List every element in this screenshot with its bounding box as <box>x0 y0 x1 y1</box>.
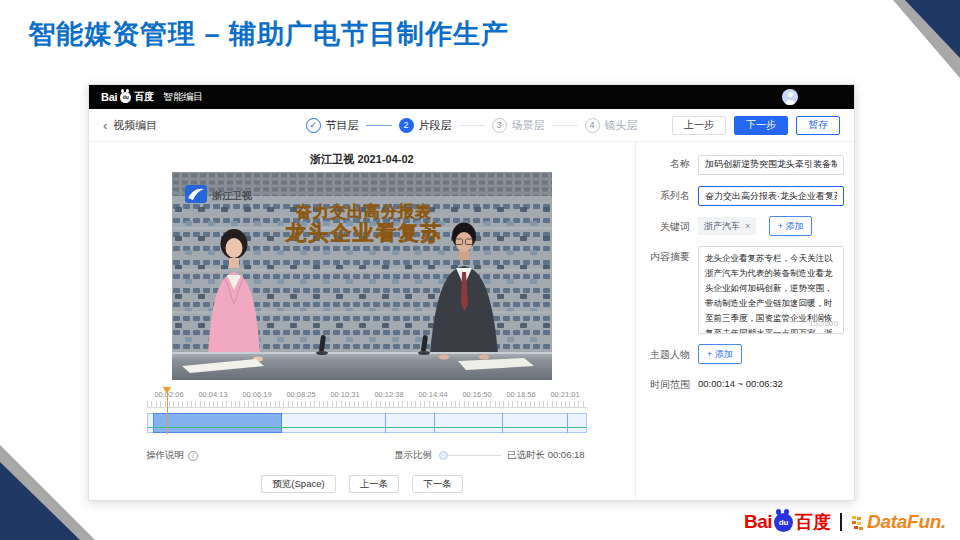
operation-help[interactable]: 操作说明 i <box>146 449 198 462</box>
keyword-tag: 浙产汽车 × <box>698 217 756 235</box>
player-section: 浙江卫视 2021-04-02 <box>89 142 635 500</box>
baidu-paw-icon: du <box>120 92 131 103</box>
next-step-button[interactable]: 下一步 <box>734 116 788 135</box>
series-label: 系列名 <box>644 185 690 203</box>
back-label: 视频编目 <box>113 118 157 133</box>
toolbar: ‹ 视频编目 ✓ 节目层 2 片段层 3 场景层 <box>89 109 854 142</box>
app-header: Bai du 百度 智能编目 <box>89 85 854 109</box>
channel-name: 浙江卫视 <box>211 190 253 201</box>
caption-line1: 奋力交出高分报表 <box>295 202 432 220</box>
segment-divider <box>502 413 503 433</box>
info-icon[interactable]: i <box>188 451 198 461</box>
prev-step-button[interactable]: 上一步 <box>672 116 726 135</box>
add-person-button[interactable]: + 添加 <box>698 344 742 364</box>
timeline[interactable]: 00:02:06 00:04:13 00:06:19 00:08:25 00:1… <box>147 390 587 433</box>
step-shot-layer[interactable]: 4 镜头层 <box>585 118 638 133</box>
series-input[interactable] <box>698 186 844 206</box>
person-label: 主题人物 <box>644 344 690 362</box>
keywords-label: 关键词 <box>644 216 690 234</box>
video-frame: 浙江卫视 奋力交出高分报表 龙头企业看复苏 <box>172 172 552 380</box>
preview-button[interactable]: 预览(Space) <box>261 475 335 493</box>
step-connector <box>459 125 485 126</box>
segment-divider <box>434 413 435 433</box>
step-connector <box>366 125 392 126</box>
time-range-value: 00:00:14 ~ 00:06:32 <box>698 374 844 389</box>
playhead-marker[interactable] <box>163 387 171 434</box>
next-item-button[interactable]: 下一条 <box>412 475 463 493</box>
step-indicator: ✓ 节目层 2 片段层 3 场景层 4 镜头层 <box>306 118 638 133</box>
segment-divider <box>385 413 386 433</box>
step-3-badge: 3 <box>492 118 507 133</box>
slide-title: 智能媒资管理 – 辅助广电节目制作生产 <box>28 16 509 52</box>
metadata-form: 名称 系列名 关键词 浙产汽车 × <box>635 142 854 500</box>
corner-decoration-top-right-navy <box>905 0 960 58</box>
video-title: 浙江卫视 2021-04-02 <box>89 152 635 167</box>
step-scene-layer[interactable]: 3 场景层 <box>492 118 545 133</box>
datafun-dots-icon <box>851 515 864 530</box>
slider-knob[interactable] <box>439 451 448 460</box>
segment-divider <box>567 413 568 433</box>
back-chevron-icon: ‹ <box>103 119 107 132</box>
step-4-badge: 4 <box>585 118 600 133</box>
baidu-logo: Bai du 百度 智能编目 <box>101 90 203 104</box>
scale-slider[interactable] <box>439 451 501 461</box>
step-program-layer[interactable]: ✓ 节目层 <box>306 118 359 133</box>
baidu-paw-icon: du <box>774 513 793 532</box>
name-label: 名称 <box>644 153 690 171</box>
name-input[interactable] <box>698 155 844 175</box>
playback-buttons: 预览(Space) 上一条 下一条 <box>89 475 635 493</box>
check-icon: ✓ <box>306 118 321 133</box>
nav-buttons: 上一步 下一步 暂存 <box>672 116 840 135</box>
timeline-green-line <box>148 427 586 428</box>
footer-logos: Bai du 百度 DataFun. <box>744 510 946 534</box>
close-icon[interactable]: × <box>745 222 750 231</box>
baidu-footer-logo: Bai du 百度 <box>744 510 831 534</box>
zoom-scale-control: 显示比例 <box>394 449 501 462</box>
timeline-track[interactable] <box>147 413 587 433</box>
slider-track[interactable] <box>439 455 501 456</box>
video-player[interactable]: 浙江卫视 奋力交出高分报表 龙头企业看复苏 <box>172 172 552 380</box>
step-connector <box>552 125 578 126</box>
summary-label: 内容摘要 <box>644 246 690 264</box>
datafun-logo: DataFun. <box>851 511 946 533</box>
back-button[interactable]: ‹ 视频编目 <box>103 118 157 133</box>
product-name: 智能编目 <box>163 90 203 104</box>
char-counter: 152/300 <box>809 319 838 328</box>
step-clip-layer[interactable]: 2 片段层 <box>399 118 452 133</box>
caption-line2: 龙头企业看复苏 <box>284 221 443 244</box>
add-keyword-button[interactable]: + 添加 <box>769 216 813 236</box>
save-draft-button[interactable]: 暂存 <box>796 116 840 135</box>
timeline-controls: 操作说明 i 显示比例 已选时长 00:06:18 <box>89 449 635 463</box>
user-avatar-icon[interactable] <box>782 89 798 105</box>
selected-duration: 已选时长 00:06:18 <box>507 449 585 462</box>
step-2-badge: 2 <box>399 118 414 133</box>
timeline-ruler <box>147 401 587 408</box>
time-range-label: 时间范围 <box>644 374 690 392</box>
logo-divider <box>840 513 842 531</box>
previous-item-button[interactable]: 上一条 <box>349 475 400 493</box>
timeline-tick-labels: 00:02:06 00:04:13 00:06:19 00:08:25 00:1… <box>147 390 587 400</box>
presentation-slide: 智能媒资管理 – 辅助广电节目制作生产 Bai du 百度 智能编目 ‹ 视频编… <box>0 0 960 540</box>
app-window: Bai du 百度 智能编目 ‹ 视频编目 ✓ 节目层 2 片段层 <box>88 84 855 501</box>
selected-segment[interactable] <box>153 413 281 433</box>
